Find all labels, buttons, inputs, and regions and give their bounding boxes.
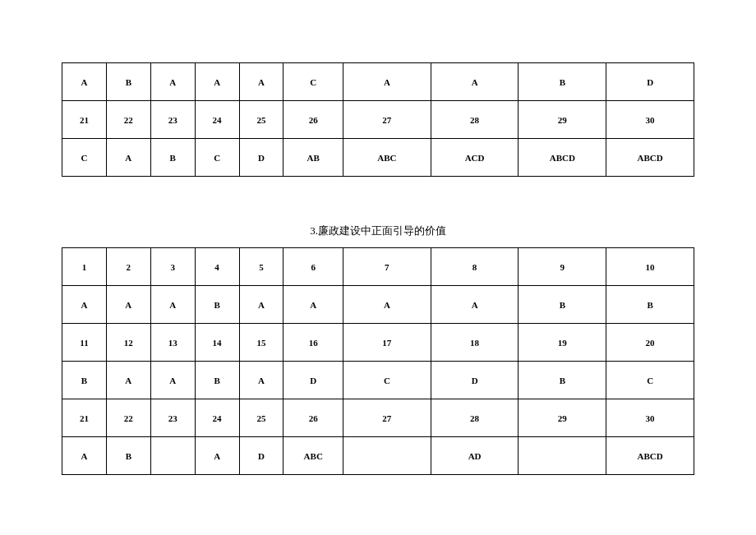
cell: B (62, 362, 107, 399)
cell: A (150, 286, 195, 324)
cell: D (239, 139, 284, 177)
table-row: 21 22 23 24 25 26 27 28 29 30 (62, 399, 694, 437)
cell: D (606, 63, 694, 101)
table-2: 1 2 3 4 5 6 7 8 9 10 A A A B A A A A B (62, 247, 694, 475)
cell (519, 437, 606, 475)
section-heading: 3.廉政建设中正面引导的价值 (0, 224, 756, 238)
cell: A (62, 286, 107, 324)
cell: 13 (150, 324, 195, 362)
cell: 9 (519, 248, 606, 286)
answer-table-1: A B A A A C A A B D 21 22 23 24 25 26 27… (62, 62, 694, 177)
cell: 18 (431, 324, 519, 362)
cell: 21 (62, 101, 107, 139)
cell: A (106, 362, 150, 399)
cell: A (150, 63, 195, 101)
cell: A (239, 63, 284, 101)
cell: ABC (343, 139, 431, 177)
cell: ACD (431, 139, 519, 177)
cell: A (62, 63, 107, 101)
table-row: A B A A A C A A B D (62, 63, 694, 101)
table-row: A B A D ABC AD ABCD (62, 437, 694, 475)
cell: 8 (431, 248, 519, 286)
answer-table-2: 1 2 3 4 5 6 7 8 9 10 A A A B A A A A B (62, 247, 694, 475)
cell: 3 (150, 248, 195, 286)
cell: C (195, 139, 239, 177)
cell: A (62, 437, 107, 475)
cell: 25 (239, 101, 284, 139)
table-row: C A B C D AB ABC ACD ABCD ABCD (62, 139, 694, 177)
cell: B (150, 139, 195, 177)
cell: B (195, 362, 239, 399)
table-row: 11 12 13 14 15 16 17 18 19 20 (62, 324, 694, 362)
cell: 22 (106, 101, 150, 139)
cell: A (431, 286, 519, 324)
cell: AB (284, 139, 343, 177)
cell: C (284, 63, 343, 101)
cell: 5 (239, 248, 284, 286)
cell: 6 (284, 248, 343, 286)
cell: 2 (106, 248, 150, 286)
cell: 10 (606, 248, 694, 286)
cell: A (284, 286, 343, 324)
cell: B (106, 437, 150, 475)
cell: 26 (284, 101, 343, 139)
cell: C (343, 362, 431, 399)
cell: C (606, 362, 694, 399)
cell: 4 (195, 248, 239, 286)
cell: 11 (62, 324, 107, 362)
cell: A (195, 63, 239, 101)
cell: 15 (239, 324, 284, 362)
cell: 28 (431, 399, 519, 437)
cell: 23 (150, 399, 195, 437)
cell: ABCD (606, 139, 694, 177)
cell: ABC (284, 437, 343, 475)
cell (343, 437, 431, 475)
cell: A (195, 437, 239, 475)
cell: 25 (239, 399, 284, 437)
cell: B (519, 63, 606, 101)
cell: 24 (195, 399, 239, 437)
cell: 14 (195, 324, 239, 362)
table-row: A A A B A A A A B B (62, 286, 694, 324)
cell: 19 (519, 324, 606, 362)
cell: D (284, 362, 343, 399)
cell: A (343, 286, 431, 324)
cell: AD (431, 437, 519, 475)
cell: 27 (343, 101, 431, 139)
cell: A (431, 63, 519, 101)
cell: A (106, 139, 150, 177)
cell: B (195, 286, 239, 324)
table-row: B A A B A D C D B C (62, 362, 694, 399)
cell: 16 (284, 324, 343, 362)
cell: A (239, 286, 284, 324)
cell: A (343, 63, 431, 101)
cell (150, 437, 195, 475)
cell: 27 (343, 399, 431, 437)
cell: 28 (431, 101, 519, 139)
cell: A (106, 286, 150, 324)
table-1: A B A A A C A A B D 21 22 23 24 25 26 27… (62, 62, 694, 177)
cell: B (519, 362, 606, 399)
cell: 21 (62, 399, 107, 437)
cell: 20 (606, 324, 694, 362)
cell: C (62, 139, 107, 177)
cell: 12 (106, 324, 150, 362)
table-row: 21 22 23 24 25 26 27 28 29 30 (62, 101, 694, 139)
cell: 1 (62, 248, 107, 286)
cell: 23 (150, 101, 195, 139)
cell: 30 (606, 399, 694, 437)
cell: A (150, 362, 195, 399)
cell: 7 (343, 248, 431, 286)
cell: D (431, 362, 519, 399)
cell: 30 (606, 101, 694, 139)
cell: B (519, 286, 606, 324)
cell: B (106, 63, 150, 101)
cell: B (606, 286, 694, 324)
cell: ABCD (519, 139, 606, 177)
cell: 29 (519, 101, 606, 139)
cell: 17 (343, 324, 431, 362)
cell: 26 (284, 399, 343, 437)
cell: 24 (195, 101, 239, 139)
cell: ABCD (606, 437, 694, 475)
cell: D (239, 437, 284, 475)
